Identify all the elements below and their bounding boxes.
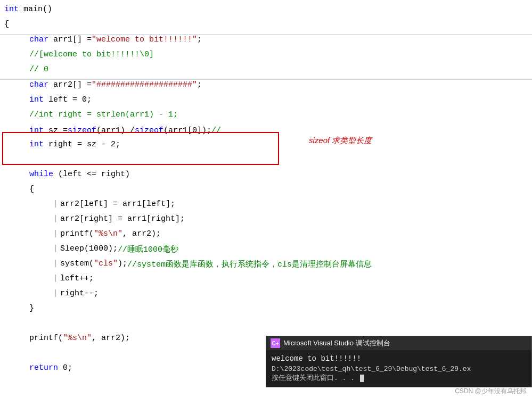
string-literal: "%s\n"	[63, 334, 92, 343]
keyword-sizeof-2: sizeof	[135, 126, 163, 135]
code-editor: int main() { char arr1[] = "welcome to b…	[0, 0, 532, 382]
keyword-char: char	[29, 35, 48, 44]
code-line-10: int right = sz - 2;	[0, 139, 532, 154]
code-text: {	[4, 20, 9, 29]
code-line-20: }	[0, 303, 532, 318]
vs-icon-text: C+	[272, 341, 279, 346]
code-text: (left <= right)	[53, 170, 130, 179]
cursor	[360, 375, 364, 382]
comment: //[welcome to bit!!!!!!\0]	[29, 50, 154, 59]
code-text: , arr2);	[122, 229, 161, 238]
code-line-16: | Sleep(1000); //睡眠1000毫秒	[0, 244, 532, 259]
code-line-blank-2	[0, 318, 532, 333]
keyword-while: while	[29, 170, 53, 179]
string-literal: "welcome to bit!!!!!!"	[92, 35, 197, 44]
code-text: sz =	[44, 126, 68, 135]
vbar: |	[53, 289, 58, 298]
watermark: CSDN @少年没有乌托邦.	[455, 387, 528, 396]
code-text: 0;	[58, 363, 72, 372]
string-literal: "####################"	[92, 80, 197, 89]
keyword-sizeof: sizeof	[68, 126, 96, 135]
code-text: right--;	[60, 289, 99, 298]
comment: // 0	[29, 65, 48, 74]
keyword-return: return	[29, 363, 58, 372]
code-text: main()	[19, 5, 52, 14]
code-line-17: | system( "cls" ); //system函数是库函数，执行系统指令…	[0, 259, 532, 273]
code-text: );	[118, 259, 127, 268]
string-literal: "cls"	[94, 259, 118, 268]
string-literal: "%s\n"	[94, 229, 122, 238]
code-text: system(	[60, 259, 94, 268]
code-line-blank-1	[0, 154, 532, 169]
vbar: |	[53, 214, 58, 223]
code-text: right = sz - 2;	[44, 140, 120, 149]
code-line-3: char arr1[] = "welcome to bit!!!!!!" ;	[0, 35, 532, 49]
console-window: C+ Microsoft Visual Studio 调试控制台 welcome…	[266, 336, 532, 387]
annotation-label: sizeof 求类型长度	[309, 136, 372, 146]
comment: //睡眠1000毫秒	[118, 244, 178, 254]
code-text: left++;	[60, 274, 94, 283]
console-titlebar: C+ Microsoft Visual Studio 调试控制台	[266, 336, 531, 350]
console-output: welcome to bit!!!!!!	[272, 354, 526, 363]
code-line-12: {	[0, 184, 532, 199]
code-line-14: | arr2[right] = arr1[right];	[0, 214, 532, 229]
code-line-19: | right--;	[0, 288, 532, 303]
vbar: |	[53, 229, 58, 238]
comment-slash: //	[211, 126, 221, 135]
code-text: printf(	[60, 229, 94, 238]
code-text: , arr2);	[92, 334, 130, 343]
code-line-15: | printf( "%s\n" , arr2);	[0, 229, 532, 244]
code-line-11: while (left <= right)	[0, 169, 532, 184]
code-line-13: | arr2[left] = arr1[left];	[0, 199, 532, 214]
code-line-18: | left++;	[0, 273, 532, 288]
console-prompt: 按任意键关闭此窗口. . .	[272, 373, 526, 383]
code-text: ;	[197, 80, 202, 89]
code-line-7: int left = 0;	[0, 95, 532, 110]
code-text: left = 0;	[44, 95, 92, 104]
vbar: |	[53, 200, 58, 209]
code-line-9: int sz = sizeof (arr1) / sizeof (arr1[0]…	[0, 125, 532, 139]
vbar: |	[53, 259, 58, 268]
comment: //system函数是库函数，执行系统指令，cls是清理控制台屏幕信息	[127, 259, 372, 269]
code-line-1: int main()	[0, 4, 532, 19]
code-text: arr1[] =	[48, 35, 92, 44]
code-text: Sleep(1000);	[60, 244, 118, 253]
keyword-char: char	[29, 80, 48, 89]
console-body: welcome to bit!!!!!! D:\2023code\test_qh…	[266, 350, 531, 387]
code-text: arr2[right] = arr1[right];	[60, 214, 185, 223]
code-line-8: //int right = strlen(arr1) - 1;	[0, 110, 532, 125]
vs-icon: C+	[271, 338, 280, 348]
code-line-4: //[welcome to bit!!!!!!\0]	[0, 49, 532, 64]
keyword-int: int	[29, 95, 44, 104]
vbar: |	[53, 274, 58, 283]
code-text: printf(	[29, 334, 63, 343]
console-path: D:\2023code\test_qh\test_6_29\Debug\test…	[272, 365, 526, 373]
code-text: {	[29, 185, 34, 194]
code-text: (arr1) /	[96, 126, 135, 135]
vbar: |	[53, 244, 58, 253]
code-text: arr2[] =	[48, 80, 92, 89]
code-text: ;	[197, 35, 202, 44]
code-text: }	[29, 304, 34, 313]
keyword-int: int	[4, 5, 19, 14]
code-text: (arr1[0]);	[163, 126, 211, 135]
code-text: arr2[left] = arr1[left];	[60, 200, 175, 209]
console-title: Microsoft Visual Studio 调试控制台	[283, 338, 390, 348]
keyword-int: int	[29, 126, 44, 135]
code-line-5: // 0	[0, 64, 532, 79]
keyword-int-2: int	[29, 140, 44, 149]
code-line-6: char arr2[] = "####################" ;	[0, 80, 532, 95]
code-line-2: {	[0, 19, 532, 34]
comment: //int right = strlen(arr1) - 1;	[29, 110, 178, 119]
